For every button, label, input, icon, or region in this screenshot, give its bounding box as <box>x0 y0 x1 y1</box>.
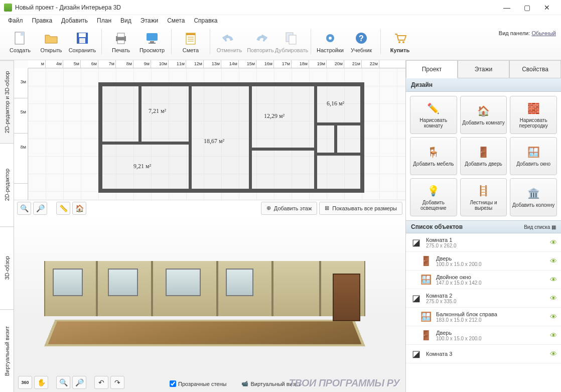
rotate-360-button[interactable]: 360 <box>18 376 32 389</box>
ruler-button[interactable]: 📏 <box>56 202 70 215</box>
svg-rect-4 <box>79 38 85 43</box>
tab-project[interactable]: Проект <box>406 60 458 78</box>
close-button[interactable]: ✕ <box>537 1 557 15</box>
vtab-combo[interactable]: 2D-редактор и 3D-обзор <box>0 60 14 143</box>
menu-floors[interactable]: Этажи <box>136 16 162 25</box>
visibility-icon[interactable]: 👁 <box>550 350 557 358</box>
zoom-out-button[interactable]: 🔍 <box>17 202 31 215</box>
object-name: Комната 2 <box>426 293 546 299</box>
buy-button[interactable]: Купить <box>385 29 415 54</box>
floorplan-canvas[interactable]: 7,21 м² 18,67 м² 12,29 м² 6,16 м² 9,21 м… <box>28 68 405 200</box>
transparent-walls-checkbox[interactable]: Прозрачные стены <box>170 380 226 387</box>
minimize-button[interactable]: — <box>497 1 517 15</box>
zoom-out-3d-button[interactable]: 🔍 <box>56 376 70 389</box>
print-icon <box>113 30 129 46</box>
svg-rect-1 <box>21 32 24 36</box>
add-window-button[interactable]: 🪟Добавить окно <box>510 137 557 175</box>
menu-plan[interactable]: План <box>93 16 115 25</box>
ruler-horizontal: м4м5м6м7м8м9м10м11м12м13м14м15м16м17м18м… <box>28 60 405 68</box>
object-name: Дверь <box>436 255 546 262</box>
redo-button[interactable]: Повторить <box>245 29 275 54</box>
add-room-button[interactable]: 🏠Добавить комнату <box>460 96 507 134</box>
gear-icon <box>322 30 338 46</box>
maximize-button[interactable]: ▢ <box>517 1 537 15</box>
object-item[interactable]: ◪Комната 3👁 <box>406 345 561 363</box>
watermark: ТВОИ ПРОГРАММЫ РУ <box>289 377 399 389</box>
add-furniture-button[interactable]: 🪑Добавить мебель <box>410 137 457 175</box>
visibility-icon[interactable]: 👁 <box>550 276 557 284</box>
object-item[interactable]: 🪟Балконный блок справа183.0 x 15.0 x 212… <box>406 308 561 326</box>
tutorial-button[interactable]: ?Учебник <box>346 29 376 54</box>
plan-tools: 🔍 🔎 📏 🏠 ⊕Добавить этаж ⊞Показывать все р… <box>14 200 405 216</box>
rotate-right-button[interactable]: ↷ <box>110 376 124 389</box>
right-panel: Проект Этажи Свойства Дизайн ✏️Нарисоват… <box>405 60 561 392</box>
vtab-virtual[interactable]: Виртуальный визит <box>0 309 14 392</box>
file-new-icon <box>12 30 28 46</box>
rotate-left-button[interactable]: ↶ <box>94 376 108 389</box>
estimate-button[interactable]: Смета <box>176 29 206 54</box>
undo-button[interactable]: Отменить <box>214 29 244 54</box>
object-item[interactable]: 🚪Дверь100.0 x 15.0 x 200.0👁 <box>406 252 561 271</box>
duplicate-button[interactable]: Дублировать <box>276 29 307 54</box>
svg-text:?: ? <box>359 34 364 43</box>
show-sizes-button[interactable]: ⊞Показывать все размеры <box>319 202 402 215</box>
tab-floors[interactable]: Этажи <box>458 60 509 78</box>
menu-estimate[interactable]: Смета <box>163 16 189 25</box>
menu-edit[interactable]: Правка <box>28 16 57 25</box>
cart-icon <box>392 30 408 46</box>
virtual-visit-checkbox[interactable]: 📹 Виртуальный визит <box>241 380 301 387</box>
object-dimensions: 275.0 x 335.0 <box>426 299 546 304</box>
add-floor-button[interactable]: ⊕Добавить этаж <box>261 202 317 215</box>
tab-properties[interactable]: Свойства <box>509 60 561 78</box>
panel-mode-link[interactable]: Обычный <box>531 30 556 36</box>
menu-help[interactable]: Справка <box>190 16 221 25</box>
draw-room-button[interactable]: ✏️Нарисовать комнату <box>410 96 457 134</box>
svg-rect-8 <box>147 33 158 41</box>
save-button[interactable]: Сохранить <box>67 29 97 54</box>
preview-button[interactable]: Просмотр <box>137 29 167 54</box>
add-light-button[interactable]: 💡Добавить освещение <box>410 178 457 216</box>
pan-button[interactable]: ✋ <box>34 376 48 389</box>
object-dimensions: 275.0 x 262.0 <box>426 243 546 248</box>
visibility-icon[interactable]: 👁 <box>550 294 557 302</box>
plan-2d-viewport[interactable]: м4м5м6м7м8м9м10м11м12м13м14м15м16м17м18м… <box>14 60 405 216</box>
zoom-in-3d-button[interactable]: 🔎 <box>72 376 86 389</box>
visibility-icon[interactable]: 👁 <box>550 257 557 265</box>
menu-file[interactable]: Файл <box>4 16 27 25</box>
settings-button[interactable]: Настройки <box>315 29 345 54</box>
undo-icon <box>221 30 237 46</box>
menu-view[interactable]: Вид <box>116 16 135 25</box>
list-view-icon[interactable]: ▦ <box>551 224 556 230</box>
add-column-button[interactable]: 🏛️Добавить колонну <box>510 178 557 216</box>
redo-icon <box>252 30 268 46</box>
create-button[interactable]: Создать <box>5 29 35 54</box>
svg-point-19 <box>329 37 332 40</box>
visibility-icon[interactable]: 👁 <box>550 331 557 339</box>
draw-wall-button[interactable]: 🧱Нарисовать перегородку <box>510 96 557 134</box>
object-item[interactable]: ◪Комната 2275.0 x 335.0👁 <box>406 289 561 308</box>
door-icon: 🚪 <box>476 145 490 159</box>
brick-wall-icon: 🧱 <box>526 101 540 115</box>
svg-rect-6 <box>117 33 124 37</box>
open-button[interactable]: Открыть <box>36 29 66 54</box>
stairs-button[interactable]: 🪜Лестницы и вырезы <box>460 178 507 216</box>
visibility-icon[interactable]: 👁 <box>550 238 557 246</box>
camera-icon: 📹 <box>241 380 248 387</box>
panel-mode-label: Вид панели: Обычный <box>499 29 556 36</box>
object-item[interactable]: 🪟Двойное окно147.0 x 15.0 x 142.0👁 <box>406 271 561 289</box>
home-button[interactable]: 🏠 <box>72 202 86 215</box>
toolbar: Создать Открыть Сохранить Печать Просмот… <box>0 26 561 60</box>
print-button[interactable]: Печать <box>106 29 136 54</box>
view3d-tools: 360 ✋ 🔍 🔎 ↶ ↷ <box>18 376 124 389</box>
menu-add[interactable]: Добавить <box>57 16 92 25</box>
room-area-5: 9,21 м² <box>133 163 151 170</box>
svg-rect-7 <box>117 40 124 44</box>
vtab-3d[interactable]: 3D-обзор <box>0 226 14 309</box>
add-door-button[interactable]: 🚪Добавить дверь <box>460 137 507 175</box>
view-3d-viewport[interactable]: 360 ✋ 🔍 🔎 ↶ ↷ Прозрачные стены 📹 Виртуал… <box>14 216 405 392</box>
vtab-editor[interactable]: 2D-редактор <box>0 143 14 226</box>
object-item[interactable]: ◪Комната 1275.0 x 262.0👁 <box>406 233 561 252</box>
visibility-icon[interactable]: 👁 <box>550 313 557 321</box>
object-item[interactable]: 🚪Дверь100.0 x 15.0 x 200.0👁 <box>406 326 561 345</box>
zoom-in-button[interactable]: 🔎 <box>33 202 47 215</box>
